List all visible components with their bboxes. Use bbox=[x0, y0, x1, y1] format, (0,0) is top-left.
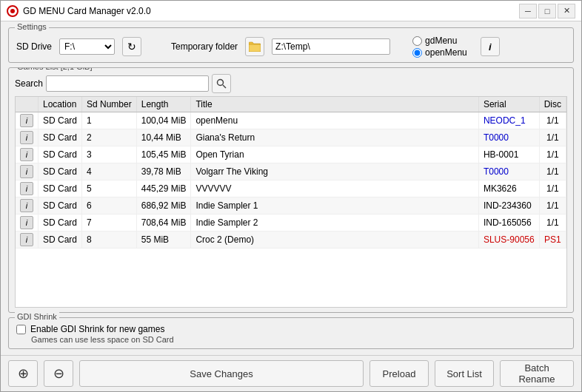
title-cell: openMenu bbox=[191, 112, 479, 129]
length-cell: 708,64 MiB bbox=[136, 214, 191, 232]
row-info-button[interactable]: i bbox=[20, 199, 33, 212]
serial-link[interactable]: NEODC_1 bbox=[484, 115, 526, 126]
row-info-button[interactable]: i bbox=[20, 148, 33, 161]
serial-ps1: SLUS-90056 bbox=[484, 234, 535, 245]
title-cell: Croc 2 (Demo) bbox=[191, 232, 479, 249]
minimize-button[interactable]: ─ bbox=[519, 4, 537, 18]
gdi-shrink-checkbox[interactable] bbox=[16, 325, 26, 334]
sd-number-cell: 8 bbox=[82, 232, 137, 249]
table-row: iSD Card5445,29 MiBVVVVVVMK36261/1 bbox=[16, 180, 566, 197]
title-cell: Open Tyrian bbox=[191, 146, 479, 163]
svg-point-1 bbox=[10, 9, 15, 13]
title-text: GD MENU Card Manager v2.0.0 bbox=[23, 6, 519, 16]
location-cell: SD Card bbox=[39, 214, 82, 232]
remove-button[interactable]: ⊖ bbox=[44, 360, 73, 387]
table-row: iSD Card210,44 MiBGiana's ReturnT00001/1 bbox=[16, 129, 566, 146]
games-section: Games List [2,1 GiB] Search Locati bbox=[8, 67, 574, 313]
info-cell: i bbox=[16, 129, 39, 146]
serial-cell: HB-0001 bbox=[478, 146, 539, 163]
title-bar: GD MENU Card Manager v2.0.0 ─ □ ✕ bbox=[1, 1, 581, 21]
main-content: Settings SD Drive F:\ ↻ Temporary folder bbox=[1, 21, 581, 355]
main-window: GD MENU Card Manager v2.0.0 ─ □ ✕ Settin… bbox=[0, 0, 582, 392]
info-cell: i bbox=[16, 163, 39, 180]
disc-cell: 1/1 bbox=[539, 197, 566, 214]
save-changes-button[interactable]: Save Changes bbox=[79, 360, 364, 387]
row-info-button[interactable]: i bbox=[20, 131, 33, 144]
col-info bbox=[16, 97, 39, 112]
settings-section: Settings SD Drive F:\ ↻ Temporary folder bbox=[8, 27, 574, 63]
info-button[interactable]: i bbox=[481, 37, 500, 56]
location-cell: SD Card bbox=[39, 197, 82, 214]
sort-list-button[interactable]: Sort List bbox=[435, 360, 494, 387]
length-cell: 100,04 MiB bbox=[136, 112, 191, 129]
gdi-section: GDI Shrink Enable GDI Shrink for new gam… bbox=[8, 317, 574, 349]
col-length: Length bbox=[136, 97, 191, 112]
location-cell: SD Card bbox=[39, 112, 82, 129]
gdi-checkbox-row: Enable GDI Shrink for new games bbox=[16, 324, 566, 334]
row-info-button[interactable]: i bbox=[20, 182, 33, 195]
radio-openmenu[interactable]: openMenu bbox=[412, 47, 467, 58]
row-info-button[interactable]: i bbox=[20, 165, 33, 178]
search-label: Search bbox=[15, 78, 43, 89]
sd-number-cell: 4 bbox=[82, 163, 137, 180]
title-cell: Indie Sampler 1 bbox=[191, 197, 479, 214]
info-cell: i bbox=[16, 214, 39, 232]
disc-cell: 1/1 bbox=[539, 129, 566, 146]
info-cell: i bbox=[16, 146, 39, 163]
title-cell: Giana's Return bbox=[191, 129, 479, 146]
title-buttons: ─ □ ✕ bbox=[519, 4, 575, 18]
games-tbody: iSD Card1100,04 MiBopenMenuNEODC_11/1iSD… bbox=[16, 112, 566, 249]
title-cell: Volgarr The Viking bbox=[191, 163, 479, 180]
sd-number-cell: 1 bbox=[82, 112, 137, 129]
radio-gdmenu[interactable]: gdMenu bbox=[412, 36, 467, 46]
disc-cell: 1/1 bbox=[539, 163, 566, 180]
settings-label: Settings bbox=[15, 22, 49, 31]
sd-number-cell: 2 bbox=[82, 129, 137, 146]
sd-number-cell: 3 bbox=[82, 146, 137, 163]
serial-link[interactable]: T0000 bbox=[484, 132, 509, 143]
close-button[interactable]: ✕ bbox=[558, 4, 575, 18]
info-cell: i bbox=[16, 232, 39, 249]
temp-path-input[interactable] bbox=[272, 38, 390, 55]
search-button[interactable] bbox=[212, 74, 231, 93]
sd-number-cell: 6 bbox=[82, 197, 137, 214]
preload-button[interactable]: Preload bbox=[369, 360, 429, 387]
sd-drive-select[interactable]: F:\ bbox=[59, 38, 115, 55]
disc-cell: 1/1 bbox=[539, 180, 566, 197]
disc-cell: 1/1 bbox=[539, 214, 566, 232]
serial-cell: T0000 bbox=[478, 163, 539, 180]
location-cell: SD Card bbox=[39, 129, 82, 146]
sd-number-cell: 7 bbox=[82, 214, 137, 232]
disc-ps1: PS1 bbox=[544, 234, 561, 245]
batch-rename-button[interactable]: Batch Rename bbox=[500, 360, 574, 387]
length-cell: 39,78 MiB bbox=[136, 163, 191, 180]
gdi-checkbox-label: Enable GDI Shrink for new games bbox=[30, 324, 164, 334]
add-button[interactable]: ⊕ bbox=[8, 360, 38, 387]
disc-cell: PS1 bbox=[539, 232, 566, 249]
radio-group: gdMenu openMenu bbox=[412, 36, 467, 58]
temp-folder-label: Temporary folder bbox=[171, 41, 238, 52]
location-cell: SD Card bbox=[39, 163, 82, 180]
gdi-section-label: GDI Shrink bbox=[15, 312, 59, 321]
games-table-container[interactable]: Location Sd Number Length Title Serial D… bbox=[15, 96, 567, 308]
folder-icon-button[interactable] bbox=[245, 37, 264, 56]
refresh-button[interactable]: ↻ bbox=[122, 37, 141, 56]
serial-cell: NEODC_1 bbox=[478, 112, 539, 129]
title-cell: VVVVVV bbox=[191, 180, 479, 197]
gdi-sub-text: Games can use less space on SD Card bbox=[31, 335, 566, 344]
svg-line-3 bbox=[223, 85, 226, 88]
table-row: iSD Card855 MiBCroc 2 (Demo)SLUS-90056PS… bbox=[16, 232, 566, 249]
row-info-button[interactable]: i bbox=[20, 114, 33, 127]
search-input[interactable] bbox=[46, 75, 209, 92]
serial-link[interactable]: T0000 bbox=[484, 166, 509, 177]
serial-cell: T0000 bbox=[478, 129, 539, 146]
table-row: iSD Card6686,92 MiBIndie Sampler 1IND-23… bbox=[16, 197, 566, 214]
sd-drive-label: SD Drive bbox=[16, 41, 52, 52]
app-icon bbox=[7, 5, 19, 17]
info-cell: i bbox=[16, 180, 39, 197]
row-info-button[interactable]: i bbox=[20, 216, 33, 229]
length-cell: 55 MiB bbox=[136, 232, 191, 249]
row-info-button[interactable]: i bbox=[20, 233, 33, 246]
games-section-label: Games List [2,1 GiB] bbox=[15, 67, 94, 71]
maximize-button[interactable]: □ bbox=[538, 4, 556, 18]
